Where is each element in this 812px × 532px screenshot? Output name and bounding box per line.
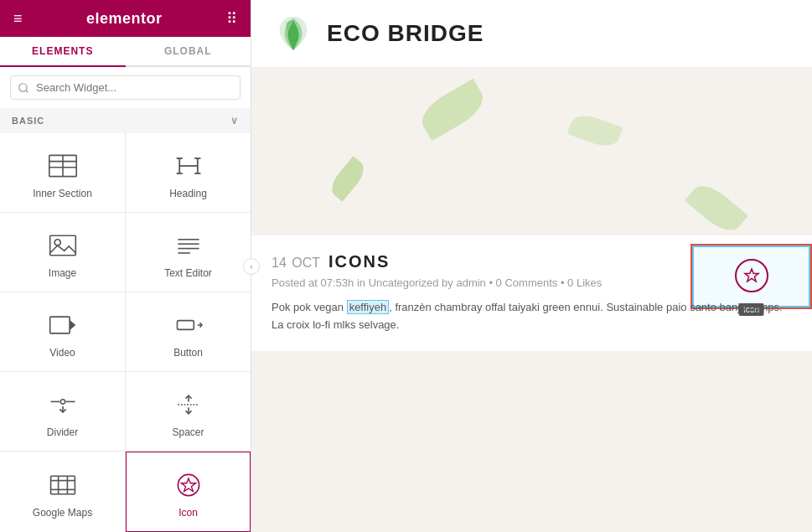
image-icon — [46, 230, 80, 261]
panel-header: ≡ elementor ⠿ — [0, 0, 251, 37]
hero-area — [251, 68, 812, 235]
svg-marker-37 — [745, 269, 758, 281]
spacer-icon — [172, 390, 205, 420]
post-body-highlight: keffiyeh — [347, 300, 390, 314]
tab-elements[interactable]: ELEMENTS — [0, 37, 126, 67]
widget-heading[interactable]: Heading — [126, 133, 251, 212]
basic-section-label: BASIC — [12, 116, 44, 126]
icon-star — [735, 259, 768, 292]
post-date-month: OCT — [292, 256, 320, 270]
widget-google-maps[interactable]: Google Maps — [0, 452, 125, 532]
right-content: ECO BRIDGE 14 OCT ICONS Posted at 07:53h… — [251, 0, 812, 532]
widget-video[interactable]: Video — [0, 292, 125, 371]
grid-icon[interactable]: ⠿ — [226, 9, 237, 28]
widget-button[interactable]: Button — [126, 292, 251, 371]
leaf-decoration-2 — [567, 111, 623, 152]
search-input[interactable] — [10, 75, 240, 100]
panel-collapse-button[interactable]: ‹ — [243, 258, 260, 275]
button-icon — [172, 310, 205, 340]
leaf-decoration-4 — [685, 178, 748, 235]
widget-text-editor[interactable]: Text Editor — [126, 213, 251, 292]
svg-rect-17 — [49, 317, 69, 333]
chevron-down-icon: ∨ — [230, 115, 239, 127]
site-header: ECO BRIDGE — [251, 0, 812, 68]
left-panel: ≡ elementor ⠿ ELEMENTS GLOBAL BASIC ∨ — [0, 0, 251, 532]
site-title: ECO BRIDGE — [327, 20, 484, 47]
text-editor-icon — [172, 230, 205, 261]
widget-spacer[interactable]: Spacer — [126, 372, 251, 451]
svg-point-24 — [60, 400, 65, 404]
svg-rect-19 — [177, 321, 194, 330]
widget-image[interactable]: Image — [0, 213, 125, 292]
widget-google-maps-label: Google Maps — [33, 507, 92, 519]
widget-icon[interactable]: Icon — [126, 452, 251, 532]
inner-section-icon — [46, 151, 80, 181]
widget-grid: Inner Section Heading — [0, 133, 251, 532]
post-body: Pok pok vegan keffiyeh, franzèn chambray… — [272, 299, 792, 334]
widget-icon-label: Icon — [178, 507, 198, 519]
icon-widget-icon — [172, 470, 205, 500]
video-icon — [46, 310, 80, 340]
blog-section: 14 OCT ICONS Posted at 07:53h in Uncateg… — [251, 235, 812, 351]
icon-widget-inner — [692, 245, 810, 307]
svg-rect-11 — [49, 235, 75, 255]
leaf-decoration-1 — [415, 79, 489, 142]
basic-section-header[interactable]: BASIC ∨ — [0, 108, 251, 133]
widget-divider[interactable]: Divider — [0, 372, 125, 451]
widget-text-editor-label: Text Editor — [164, 267, 212, 279]
brand-name: elementor — [86, 10, 163, 28]
widget-image-label: Image — [49, 267, 76, 279]
widget-divider-label: Divider — [47, 426, 78, 438]
svg-marker-18 — [70, 320, 75, 331]
leaf-decoration-3 — [326, 156, 369, 201]
widget-spacer-label: Spacer — [172, 426, 204, 438]
svg-point-12 — [54, 240, 60, 245]
svg-marker-36 — [181, 478, 195, 492]
divider-icon — [46, 390, 80, 420]
post-date: 14 OCT — [272, 256, 320, 271]
post-date-day: 14 — [272, 256, 287, 270]
heading-icon — [172, 151, 205, 181]
tab-global[interactable]: GLOBAL — [126, 37, 251, 67]
widget-video-label: Video — [49, 347, 75, 359]
svg-rect-30 — [50, 476, 75, 494]
site-logo — [272, 12, 315, 55]
post-title: ICONS — [328, 252, 390, 271]
hamburger-icon[interactable]: ≡ — [13, 10, 23, 28]
search-bar — [0, 67, 251, 108]
widget-inner-section[interactable]: Inner Section — [0, 133, 125, 212]
widget-button-label: Button — [173, 347, 203, 359]
widget-inner-section-label: Inner Section — [33, 188, 92, 199]
widget-heading-label: Heading — [169, 188, 207, 199]
google-maps-icon — [46, 470, 80, 500]
panel-tabs: ELEMENTS GLOBAL — [0, 37, 251, 67]
